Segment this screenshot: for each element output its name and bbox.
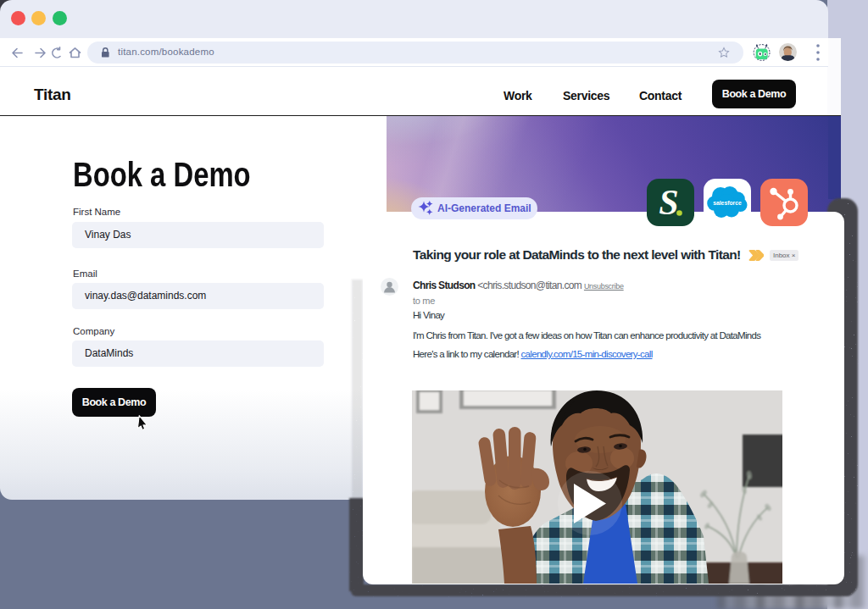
svg-text:S: S xyxy=(659,183,678,222)
svg-text:salesforce: salesforce xyxy=(713,200,742,206)
